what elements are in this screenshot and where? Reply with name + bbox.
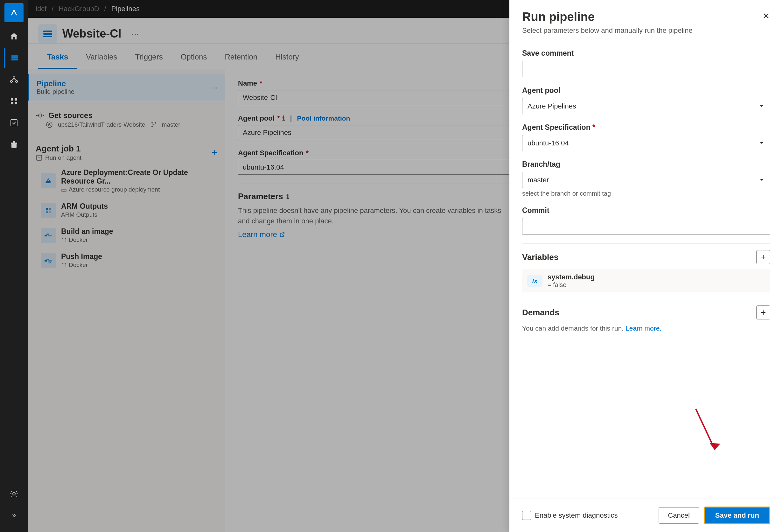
modal-agent-spec-required: * [592, 123, 595, 131]
modal-title: Run pipeline [522, 10, 770, 24]
svg-rect-10 [14, 98, 17, 100]
demands-header: Demands + [522, 306, 770, 319]
svg-point-4 [13, 77, 15, 79]
app-logo[interactable] [4, 3, 24, 22]
sidebar-item-expand[interactable]: » [4, 505, 24, 526]
variables-title: Variables [522, 252, 558, 262]
sidebar-item-artifacts[interactable] [4, 134, 24, 155]
svg-rect-14 [11, 144, 17, 148]
modal-branch-row: Branch/tag master select the branch or c… [522, 160, 770, 197]
svg-rect-3 [11, 59, 18, 60]
fx-badge: fx [527, 275, 542, 287]
modal-subtitle: Select parameters below and manually run… [522, 26, 770, 35]
variables-header: Variables + [522, 250, 770, 264]
sidebar-item-home[interactable] [4, 26, 24, 46]
footer-buttons: Cancel Save and run [659, 506, 770, 524]
modal-branch-label: Branch/tag [522, 160, 770, 169]
diagnostics-checkbox[interactable] [522, 511, 531, 520]
modal-agent-pool-row: Agent pool Azure Pipelines [522, 86, 770, 114]
svg-point-6 [15, 81, 18, 83]
svg-rect-12 [14, 102, 17, 104]
add-demand-button[interactable]: + [756, 306, 770, 319]
svg-point-5 [10, 81, 12, 83]
run-pipeline-modal: Run pipeline Select parameters below and… [509, 0, 783, 532]
demands-text: You can add demands for this run. Learn … [522, 323, 770, 334]
diagnostics-label: Enable system diagnostics [535, 511, 618, 520]
demands-title: Demands [522, 308, 559, 317]
modal-footer: Enable system diagnostics Cancel Save an… [509, 499, 783, 532]
svg-rect-13 [11, 120, 17, 126]
svg-rect-16 [13, 141, 15, 143]
save-comment-label: Save comment [522, 49, 770, 58]
sidebar-item-settings[interactable] [4, 483, 24, 504]
demands-section: Demands + You can add demands for this r… [522, 299, 770, 334]
svg-point-17 [13, 493, 15, 495]
demands-learn-more-link[interactable]: Learn more. [626, 324, 661, 332]
modal-commit-input[interactable] [522, 218, 770, 234]
svg-rect-9 [11, 98, 13, 100]
modal-header: Run pipeline Select parameters below and… [509, 0, 783, 41]
variable-value: = false [547, 281, 595, 289]
modal-agent-spec-row: Agent Specification * ubuntu-16.04 [522, 123, 770, 151]
variable-item-system-debug: fx system.debug = false [522, 269, 770, 292]
modal-branch-select[interactable]: master [522, 172, 770, 188]
modal-commit-row: Commit [522, 206, 770, 234]
sidebar-item-testplans[interactable] [4, 113, 24, 133]
save-comment-input[interactable] [522, 61, 770, 77]
modal-agent-spec-label: Agent Specification * [522, 123, 770, 132]
modal-agent-pool-select[interactable]: Azure Pipelines [522, 98, 770, 114]
sidebar-item-repos[interactable] [4, 69, 24, 90]
svg-rect-2 [11, 57, 18, 59]
close-icon: ✕ [762, 11, 770, 21]
diagnostics-row: Enable system diagnostics [522, 511, 618, 520]
variables-section: Variables + fx system.debug = false [522, 243, 770, 292]
sidebar-item-pipelines[interactable] [4, 48, 24, 68]
svg-rect-1 [11, 55, 18, 57]
modal-close-button[interactable]: ✕ [759, 9, 773, 23]
modal-commit-label: Commit [522, 206, 770, 215]
svg-rect-11 [11, 102, 13, 104]
svg-line-8 [14, 79, 17, 81]
save-run-button[interactable]: Save and run [704, 506, 770, 524]
save-comment-row: Save comment [522, 49, 770, 77]
variable-name: system.debug [547, 273, 595, 281]
add-variable-button[interactable]: + [756, 250, 770, 264]
sidebar: » [0, 0, 28, 532]
modal-body: Save comment Agent pool Azure Pipelines … [509, 41, 783, 499]
cancel-button[interactable]: Cancel [659, 507, 699, 524]
svg-line-7 [11, 79, 14, 81]
sidebar-item-boards[interactable] [4, 91, 24, 112]
modal-agent-pool-label: Agent pool [522, 86, 770, 95]
modal-agent-spec-select[interactable]: ubuntu-16.04 [522, 135, 770, 151]
modal-branch-hint: select the branch or commit tag [522, 190, 770, 197]
